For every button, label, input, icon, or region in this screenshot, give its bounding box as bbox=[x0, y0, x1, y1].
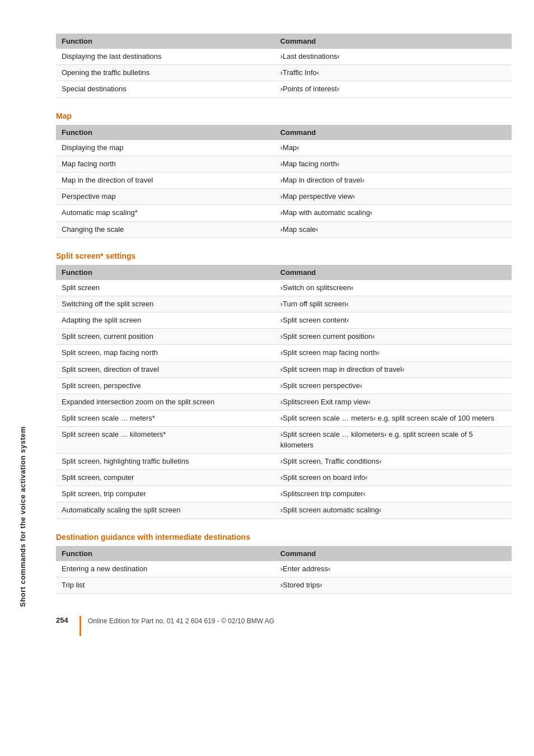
cell-function: Special destinations bbox=[56, 81, 275, 97]
table-header-row: Function Command bbox=[56, 546, 512, 561]
cell-function: Adapting the split screen bbox=[56, 312, 275, 329]
table-row: Displaying the map›Map‹ bbox=[56, 140, 512, 156]
cell-command: ›Map perspective view‹ bbox=[275, 189, 512, 205]
cell-command: ›Traffic Info‹ bbox=[275, 65, 512, 81]
table-row: Automatic map scaling*›Map with automati… bbox=[56, 205, 512, 221]
table-row: Split screen›Switch on splitscreen‹ bbox=[56, 280, 512, 296]
cell-function: Map facing north bbox=[56, 156, 275, 172]
table-header-row: Function Command bbox=[56, 34, 512, 49]
footer: 254 Online Edition for Part no. 01 41 2 … bbox=[56, 616, 512, 636]
col-function: Function bbox=[56, 125, 275, 140]
table-row: Trip list›Stored trips‹ bbox=[56, 577, 512, 593]
page-container: Short commands for the voice activation … bbox=[0, 0, 534, 756]
cell-function: Displaying the last destinations bbox=[56, 49, 275, 65]
cell-function: Displaying the map bbox=[56, 140, 275, 156]
table-row: Split screen, direction of travel›Split … bbox=[56, 361, 512, 377]
cell-function: Expanded intersection zoom on the split … bbox=[56, 394, 275, 410]
table-row: Opening the traffic bulletins›Traffic In… bbox=[56, 65, 512, 81]
cell-command: ›Points of interest‹ bbox=[275, 81, 512, 97]
col-command: Command bbox=[275, 34, 512, 49]
cell-command: ›Split screen current position‹ bbox=[275, 329, 512, 345]
cell-command: ›Turn off split screen‹ bbox=[275, 296, 512, 312]
col-command: Command bbox=[275, 546, 512, 561]
cell-command: ›Split screen content‹ bbox=[275, 312, 512, 329]
sidebar-text-wrapper: Short commands for the voice activation … bbox=[0, 512, 45, 521]
cell-command: ›Split screen perspective‹ bbox=[275, 377, 512, 394]
table-header-row: Function Command bbox=[56, 125, 512, 140]
cell-command: ›Splitscreen trip computer‹ bbox=[275, 486, 512, 502]
table-row: Entering a new destination›Enter address… bbox=[56, 561, 512, 577]
cell-command: ›Split screen, Traffic conditions‹ bbox=[275, 453, 512, 469]
cell-command: ›Stored trips‹ bbox=[275, 577, 512, 593]
table-header-row: Function Command bbox=[56, 265, 512, 280]
cell-command: ›Map facing north‹ bbox=[275, 156, 512, 172]
table-row: Displaying the last destinations›Last de… bbox=[56, 49, 512, 65]
cell-command: ›Split screen automatic scaling‹ bbox=[275, 502, 512, 519]
cell-function: Automatically scaling the split screen bbox=[56, 502, 275, 519]
table-row: Split screen scale … meters*›Split scree… bbox=[56, 410, 512, 427]
cell-command: ›Split screen map in direction of travel… bbox=[275, 361, 512, 377]
section-heading-destination: Destination guidance with intermediate d… bbox=[56, 533, 512, 542]
cell-command: ›Splitscreen Exit ramp view‹ bbox=[275, 394, 512, 410]
cell-function: Split screen, computer bbox=[56, 469, 275, 486]
table-row: Map in the direction of travel›Map in di… bbox=[56, 172, 512, 188]
page-number: 254 bbox=[56, 616, 73, 624]
table-row: Special destinations›Points of interest‹ bbox=[56, 81, 512, 97]
col-command: Command bbox=[275, 265, 512, 280]
table-row: Split screen, highlighting traffic bulle… bbox=[56, 453, 512, 469]
cell-function: Automatic map scaling* bbox=[56, 205, 275, 221]
section-heading-map: Map bbox=[56, 111, 512, 120]
table-split-screen: Function Command Split screen›Switch on … bbox=[56, 265, 512, 519]
cell-function: Trip list bbox=[56, 577, 275, 593]
cell-command: ›Map‹ bbox=[275, 140, 512, 156]
cell-function: Split screen, highlighting traffic bulle… bbox=[56, 453, 275, 469]
cell-function: Split screen, trip computer bbox=[56, 486, 275, 502]
table-row: Expanded intersection zoom on the split … bbox=[56, 394, 512, 410]
table-destination-guidance: Function Command Entering a new destinat… bbox=[56, 546, 512, 594]
footer-text: Online Edition for Part no. 01 41 2 604 … bbox=[88, 616, 274, 625]
table-row: Perspective map›Map perspective view‹ bbox=[56, 189, 512, 205]
col-function: Function bbox=[56, 265, 275, 280]
table-row: Split screen, perspective›Split screen p… bbox=[56, 377, 512, 394]
cell-function: Split screen scale … meters* bbox=[56, 410, 275, 427]
cell-command: ›Split screen on board info‹ bbox=[275, 469, 512, 486]
cell-command: ›Enter address‹ bbox=[275, 561, 512, 577]
table-row: Switching off the split screen›Turn off … bbox=[56, 296, 512, 312]
cell-command: ›Map scale‹ bbox=[275, 221, 512, 237]
cell-function: Entering a new destination bbox=[56, 561, 275, 577]
cell-function: Map in the direction of travel bbox=[56, 172, 275, 188]
footer-bar bbox=[79, 616, 81, 636]
cell-command: ›Split screen scale … kilometers‹ e.g. s… bbox=[275, 427, 512, 453]
table-row: Split screen, computer›Split screen on b… bbox=[56, 469, 512, 486]
cell-command: ›Map in direction of travel‹ bbox=[275, 172, 512, 188]
cell-command: ›Split screen map facing north‹ bbox=[275, 345, 512, 361]
cell-function: Split screen, map facing north bbox=[56, 345, 275, 361]
cell-function: Split screen scale … kilometers* bbox=[56, 427, 275, 453]
table-map: Function Command Displaying the map›Map‹… bbox=[56, 125, 512, 238]
cell-command: ›Split screen scale … meters‹ e.g. split… bbox=[275, 410, 512, 427]
cell-function: Split screen, direction of travel bbox=[56, 361, 275, 377]
cell-function: Split screen, current position bbox=[56, 329, 275, 345]
cell-function: Switching off the split screen bbox=[56, 296, 275, 312]
col-function: Function bbox=[56, 546, 275, 561]
cell-command: ›Switch on splitscreen‹ bbox=[275, 280, 512, 296]
sidebar: Short commands for the voice activation … bbox=[0, 0, 45, 756]
cell-command: ›Last destinations‹ bbox=[275, 49, 512, 65]
section-heading-split-screen: Split screen* settings bbox=[56, 251, 512, 260]
table-row: Adapting the split screen›Split screen c… bbox=[56, 312, 512, 329]
col-function: Function bbox=[56, 34, 275, 49]
table-row: Split screen scale … kilometers*›Split s… bbox=[56, 427, 512, 453]
col-command: Command bbox=[275, 125, 512, 140]
cell-function: Perspective map bbox=[56, 189, 275, 205]
table-row: Changing the scale›Map scale‹ bbox=[56, 221, 512, 237]
table-row: Automatically scaling the split screen›S… bbox=[56, 502, 512, 519]
cell-function: Split screen bbox=[56, 280, 275, 296]
cell-command: ›Map with automatic scaling‹ bbox=[275, 205, 512, 221]
table-destinations-prev: Function Command Displaying the last des… bbox=[56, 34, 512, 98]
cell-function: Opening the traffic bulletins bbox=[56, 65, 275, 81]
table-row: Map facing north›Map facing north‹ bbox=[56, 156, 512, 172]
table-row: Split screen, map facing north›Split scr… bbox=[56, 345, 512, 361]
main-content: Function Command Displaying the last des… bbox=[45, 0, 534, 756]
cell-function: Split screen, perspective bbox=[56, 377, 275, 394]
table-row: Split screen, current position›Split scr… bbox=[56, 329, 512, 345]
